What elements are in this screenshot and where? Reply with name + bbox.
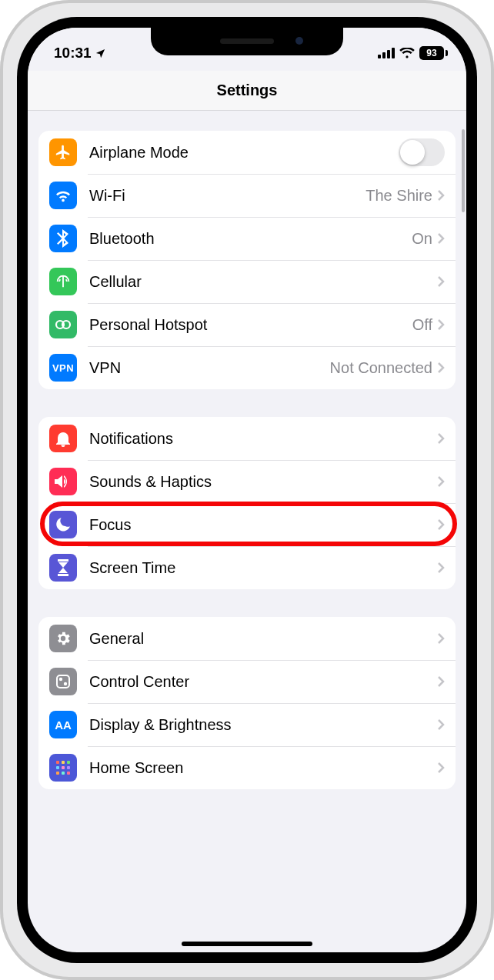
svg-rect-6 [57,675,69,688]
row-airplane-mode[interactable]: Airplane Mode [38,131,456,174]
row-label: Home Screen [89,759,437,777]
svg-rect-3 [392,48,395,58]
row-personal-hotspot[interactable]: Personal Hotspot Off [38,303,456,346]
chevron-right-icon [437,518,445,531]
chevron-right-icon [437,189,445,202]
home-screen-icon [49,754,77,782]
chevron-right-icon [437,318,445,331]
row-label: Airplane Mode [89,144,399,162]
row-home-screen[interactable]: Home Screen [38,746,456,789]
notch [151,28,343,55]
svg-rect-10 [62,761,65,764]
row-label: VPN [89,359,330,377]
svg-rect-1 [382,52,386,58]
cellular-signal-icon [378,48,395,58]
svg-point-8 [64,682,67,685]
battery-indicator: 93 [419,46,448,60]
nav-bar: Settings [28,71,466,111]
row-general[interactable]: General [38,617,456,660]
svg-rect-0 [378,55,381,58]
chevron-right-icon [437,432,445,445]
row-vpn[interactable]: VPN VPN Not Connected [38,346,456,389]
screen-time-icon [49,554,77,582]
row-notifications[interactable]: Notifications [38,417,456,460]
svg-rect-13 [62,766,65,769]
home-indicator[interactable] [182,942,312,946]
cellular-icon [49,268,77,295]
chevron-right-icon [437,675,445,688]
vpn-icon: VPN [49,354,77,382]
svg-rect-2 [387,50,390,58]
row-label: Control Center [89,673,437,691]
svg-rect-12 [56,766,59,769]
svg-point-7 [59,678,62,681]
row-focus[interactable]: Focus [38,503,456,546]
control-center-icon [49,668,77,695]
svg-rect-11 [67,761,70,764]
row-label: Display & Brightness [89,716,437,734]
hotspot-icon [49,311,77,338]
row-label: Sounds & Haptics [89,473,437,491]
row-screen-time[interactable]: Screen Time [38,546,456,589]
focus-moon-icon [49,511,77,538]
settings-group-general: General Control Center AA [38,617,456,789]
row-value: Not Connected [330,359,432,377]
svg-rect-16 [62,772,65,775]
row-label: Bluetooth [89,230,412,248]
chevron-right-icon [437,718,445,731]
chevron-right-icon [437,275,445,288]
svg-rect-15 [56,772,59,775]
settings-group-attention: Notifications Sounds & Haptics [38,417,456,589]
row-value: On [412,230,432,248]
row-bluetooth[interactable]: Bluetooth On [38,217,456,260]
wifi-icon [399,48,415,58]
chevron-right-icon [437,232,445,245]
page-title: Settings [217,82,278,99]
front-camera [295,37,303,45]
display-brightness-icon: AA [49,711,77,738]
row-label: Screen Time [89,559,437,577]
settings-content: Airplane Mode Wi-Fi The Shire [28,111,466,952]
device-frame: 10:31 93 Settin [0,0,494,980]
svg-rect-14 [67,766,70,769]
device-bezel: 10:31 93 Settin [17,17,477,963]
row-value: The Shire [365,187,432,205]
speaker-grille [220,38,274,44]
settings-group-connectivity: Airplane Mode Wi-Fi The Shire [38,131,456,389]
row-display-brightness[interactable]: AA Display & Brightness [38,703,456,746]
battery-percent: 93 [426,48,436,58]
row-control-center[interactable]: Control Center [38,660,456,703]
row-cellular[interactable]: Cellular [38,260,456,303]
status-time: 10:31 [54,45,92,62]
airplane-toggle[interactable] [399,138,445,166]
row-label: General [89,630,437,648]
row-label: Cellular [89,273,437,291]
row-label: Personal Hotspot [89,316,412,334]
bluetooth-icon [49,225,77,252]
chevron-right-icon [437,562,445,574]
row-label: Wi-Fi [89,187,365,205]
row-sounds-haptics[interactable]: Sounds & Haptics [38,460,456,503]
svg-rect-9 [56,761,59,764]
chevron-right-icon [437,632,445,645]
chevron-right-icon [437,762,445,774]
row-value: Off [412,316,432,334]
airplane-icon [49,138,77,166]
row-label: Notifications [89,430,437,448]
row-wifi[interactable]: Wi-Fi The Shire [38,174,456,217]
location-icon [95,48,106,59]
notifications-icon [49,425,77,452]
chevron-right-icon [437,362,445,374]
screen: 10:31 93 Settin [28,28,466,952]
row-label: Focus [89,516,437,534]
wifi-icon [49,182,77,209]
general-gear-icon [49,625,77,652]
chevron-right-icon [437,475,445,488]
svg-rect-17 [67,772,70,775]
sounds-icon [49,468,77,495]
